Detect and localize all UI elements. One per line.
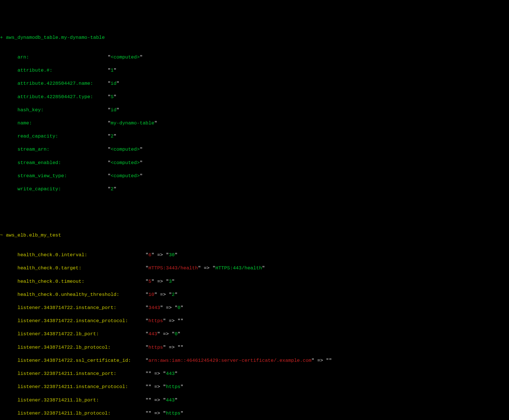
resource-address: aws_elb.elb_my_test	[6, 233, 61, 238]
elb-attr-line: health_check.0.timeout: "5" => "3"	[0, 278, 509, 285]
elb-attr-line: health_check.0.interval: "6" => "30"	[0, 252, 509, 258]
attr-key: health_check.0.target:	[17, 265, 81, 271]
attr-arn: arn: "<computed>"	[0, 54, 509, 60]
attr-attribute-name: attribute.4228504427.name: "id"	[0, 80, 509, 87]
attr-key: listener.3438714722.lb_port:	[17, 331, 99, 337]
attr-stream-arn: stream_arn: "<computed>"	[0, 146, 509, 153]
attr-key: listener.3438714722.instance_protocol:	[17, 318, 128, 324]
attr-stream-view-type: stream_view_type: "<computed>"	[0, 173, 509, 179]
attr-key: listener.3238714211.lb_port:	[17, 397, 99, 403]
terraform-plan-output: + aws_dynamodb_table.my-dynamo-table arn…	[0, 13, 509, 420]
attr-stream-enabled: stream_enabled: "<computed>"	[0, 159, 509, 166]
attr-key: attribute.4228504427.name:	[17, 81, 93, 86]
attr-key: hash_key:	[17, 107, 44, 113]
resource-header-elb: ~ aws_elb.elb_my_test	[0, 232, 509, 239]
attr-key: listener.3238714211.instance_port:	[17, 371, 116, 376]
elb-attr-line: listener.3438714722.lb_port: "443" => "0…	[0, 331, 509, 337]
attr-key: listener.3238714211.lb_protocol:	[17, 411, 110, 416]
attr-key: stream_arn:	[17, 147, 49, 152]
attr-key: name:	[17, 120, 32, 126]
attr-key: listener.3438714722.ssl_certificate_id:	[17, 358, 131, 363]
attr-key: attribute.4228504427.type:	[17, 94, 93, 100]
attr-key: listener.3438714722.instance_port:	[17, 305, 116, 310]
elb-attr-line: listener.3238714211.instance_protocol: "…	[0, 383, 509, 390]
elb-attr-line: listener.3238714211.lb_port: "" => "443"	[0, 397, 509, 403]
elb-attr-line: listener.3438714722.instance_port: "3443…	[0, 304, 509, 311]
attr-read-capacity: read_capacity: "2"	[0, 133, 509, 140]
action-symbol-update: ~	[0, 233, 3, 238]
attr-key: stream_view_type:	[17, 173, 67, 179]
action-symbol-create: +	[0, 35, 3, 40]
elb-attr-line: listener.3438714722.ssl_certificate_id: …	[0, 357, 509, 364]
attr-attribute-count: attribute.#: "1"	[0, 67, 509, 74]
elb-attr-line: listener.3438714722.lb_protocol: "https"…	[0, 344, 509, 351]
attr-key: attribute.#:	[17, 68, 52, 73]
attr-key: health_check.0.timeout:	[17, 279, 84, 284]
attr-hash-key: hash_key: "id"	[0, 107, 509, 113]
attr-key: read_capacity:	[17, 134, 58, 139]
resource-address: aws_dynamodb_table.my-dynamo-table	[6, 35, 105, 40]
elb-attr-line: health_check.0.target: "HTTPS:3443/healt…	[0, 265, 509, 271]
attr-attribute-type: attribute.4228504427.type: "S"	[0, 94, 509, 100]
attr-key: stream_enabled:	[17, 160, 61, 165]
elb-attr-line: listener.3238714211.instance_port: "" =>…	[0, 370, 509, 377]
resource-header-dynamodb: + aws_dynamodb_table.my-dynamo-table	[0, 34, 509, 41]
blank-line	[0, 205, 509, 212]
attr-key: listener.3438714722.lb_protocol:	[17, 345, 110, 350]
attr-write-capacity: write_capacity: "2"	[0, 186, 509, 192]
attr-key: arn:	[17, 54, 29, 60]
attr-key: listener.3238714211.instance_protocol:	[17, 384, 128, 389]
elb-attr-line: health_check.0.unhealthy_threshold: "10"…	[0, 291, 509, 298]
attr-name: name: "my-dynamo-table"	[0, 120, 509, 126]
elb-attr-line: listener.3238714211.lb_protocol: "" => "…	[0, 410, 509, 417]
attr-key: health_check.0.interval:	[17, 252, 87, 258]
attr-key: health_check.0.unhealthy_threshold:	[17, 292, 119, 297]
attr-key: write_capacity:	[17, 186, 61, 192]
elb-attr-line: listener.3438714722.instance_protocol: "…	[0, 318, 509, 324]
